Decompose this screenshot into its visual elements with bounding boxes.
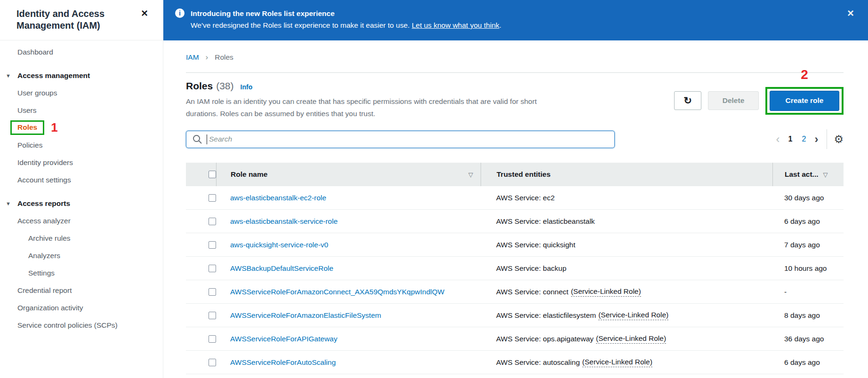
sidebar-item-organization-activity[interactable]: Organization activity	[0, 299, 163, 316]
sidebar-item-policies[interactable]: Policies	[0, 136, 163, 154]
last-activity-text: 30 days ago	[772, 186, 844, 209]
table-row: AWSBackupDefaultServiceRole AWS Service:…	[186, 257, 844, 280]
sidebar-item-scps[interactable]: Service control policies (SCPs)	[0, 316, 163, 334]
breadcrumb-iam-link[interactable]: IAM	[186, 53, 199, 62]
table-row: AWSServiceRoleForAutoScaling AWS Service…	[186, 351, 844, 374]
section-collapse-icon[interactable]: ▼	[6, 73, 17, 79]
sidebar-section-access-management[interactable]: ▼ Access management	[0, 67, 163, 84]
sidebar-item-dashboard[interactable]: Dashboard	[0, 43, 163, 61]
breadcrumb-current: Roles	[215, 53, 233, 62]
trusted-entity-text: AWS Service: quicksight	[496, 241, 575, 249]
row-checkbox[interactable]	[209, 288, 216, 296]
row-checkbox[interactable]	[209, 312, 216, 319]
pagination: ‹ 1 2 › ⚙	[772, 129, 844, 149]
pagination-page-2[interactable]: 2	[802, 135, 806, 143]
role-name-link[interactable]: aws-elasticbeanstalk-service-role	[230, 217, 338, 226]
last-activity-text: -	[772, 280, 844, 303]
feedback-link[interactable]: Let us know what you think	[412, 21, 499, 29]
service-linked-role-label[interactable]: (Service-Linked Role)	[598, 311, 668, 320]
role-name-link[interactable]: AWSBackupDefaultServiceRole	[230, 264, 333, 273]
service-linked-role-label[interactable]: (Service-Linked Role)	[571, 287, 641, 297]
iam-sidebar: Identity and Access Management (IAM) × D…	[0, 0, 163, 378]
search-input[interactable]	[186, 131, 615, 148]
row-checkbox[interactable]	[209, 241, 216, 249]
pagination-next-icon[interactable]: ›	[811, 134, 822, 144]
last-activity-text: 6 days ago	[772, 210, 844, 233]
text-caret	[207, 134, 207, 144]
last-activity-text: 7 days ago	[772, 233, 844, 256]
trusted-entity-text: AWS Service: backup	[496, 264, 566, 273]
trusted-entity-text: AWS Service: elasticbeanstalk	[496, 217, 595, 226]
gear-icon[interactable]: ⚙	[834, 133, 844, 146]
section-collapse-icon[interactable]: ▼	[6, 201, 17, 206]
row-checkbox[interactable]	[209, 335, 216, 343]
annotation-number-2: 2	[801, 67, 808, 82]
refresh-icon: ↻	[683, 95, 692, 106]
search-icon	[193, 134, 202, 144]
sort-icon[interactable]: ▽	[823, 171, 828, 178]
sidebar-section-access-reports[interactable]: ▼ Access reports	[0, 195, 163, 212]
row-checkbox[interactable]	[209, 194, 216, 202]
info-link[interactable]: Info	[241, 83, 253, 91]
sidebar-title: Identity and Access Management (IAM)	[16, 8, 129, 32]
trusted-entity-text: AWS Service: ops.apigateway	[496, 335, 594, 343]
delete-button[interactable]: Delete	[708, 91, 759, 110]
role-name-link[interactable]: AWSServiceRoleForAPIGateway	[230, 335, 338, 343]
role-name-link[interactable]: aws-elasticbeanstalk-ec2-role	[230, 194, 326, 202]
create-role-button[interactable]: Create role	[770, 91, 839, 111]
table-header-row: Role name ▽ Trusted entities Last act...…	[186, 163, 844, 186]
page-description: An IAM role is an identity you can creat…	[186, 95, 537, 120]
sidebar-item-archive-rules[interactable]: Archive rules	[0, 229, 163, 247]
pagination-prev-icon[interactable]: ‹	[772, 134, 784, 144]
role-name-link[interactable]: AWSServiceRoleForAutoScaling	[230, 358, 336, 367]
last-activity-text: 6 days ago	[772, 351, 844, 374]
column-header-last-activity[interactable]: Last act... ▽	[772, 163, 844, 186]
pagination-page-1[interactable]: 1	[788, 135, 793, 143]
service-linked-role-label[interactable]: (Service-Linked Role)	[596, 334, 666, 344]
sidebar-item-analyzers[interactable]: Analyzers	[0, 247, 163, 264]
role-name-link[interactable]: aws-quicksight-service-role-v0	[230, 241, 328, 249]
table-row: AWSServiceRoleForAmazonElasticFileSystem…	[186, 304, 844, 327]
sidebar-item-users[interactable]: Users	[0, 102, 163, 119]
roles-count: (38)	[216, 80, 233, 92]
search-box	[186, 131, 615, 148]
trusted-entity-text: AWS Service: ec2	[496, 194, 555, 202]
table-row: aws-elasticbeanstalk-ec2-role AWS Servic…	[186, 186, 844, 210]
role-name-link[interactable]: AWSServiceRoleForAmazonElasticFileSystem	[230, 311, 381, 320]
sidebar-item-identity-providers[interactable]: Identity providers	[0, 154, 163, 171]
sidebar-item-settings[interactable]: Settings	[0, 264, 163, 282]
annotation-box-step2: 2 Create role	[765, 87, 844, 115]
column-header-role-name[interactable]: Role name ▽	[216, 163, 481, 186]
annotation-number-1: 1	[51, 120, 57, 135]
sidebar-close-icon[interactable]: ×	[141, 8, 148, 19]
page-title: Roles	[186, 80, 213, 92]
sidebar-item-credential-report[interactable]: Credential report	[0, 282, 163, 299]
row-checkbox[interactable]	[209, 218, 216, 225]
sidebar-item-account-settings[interactable]: Account settings	[0, 171, 163, 189]
info-icon: i	[175, 8, 185, 18]
sidebar-item-user-groups[interactable]: User groups	[0, 84, 163, 102]
refresh-button[interactable]: ↻	[674, 91, 701, 110]
breadcrumb-separator-icon: ›	[206, 53, 209, 62]
select-all-checkbox[interactable]	[209, 171, 216, 178]
sort-icon[interactable]: ▽	[468, 171, 473, 178]
trusted-entity-text: AWS Service: autoscaling	[496, 358, 580, 367]
column-header-trusted-entities: Trusted entities	[481, 163, 772, 186]
row-checkbox[interactable]	[209, 265, 216, 272]
main-content: IAM › Roles Roles (38) Info An IAM role …	[163, 40, 868, 378]
trusted-entity-text: AWS Service: elasticfilesystem	[496, 311, 596, 320]
service-linked-role-label[interactable]: (Service-Linked Role)	[582, 358, 652, 367]
pagination-divider	[827, 129, 827, 149]
sidebar-nav: Dashboard ▼ Access management User group…	[0, 40, 163, 334]
flashbar-close-icon[interactable]: ×	[847, 7, 854, 20]
flashbar-message: We've redesigned the Roles list experien…	[191, 19, 501, 31]
row-checkbox[interactable]	[209, 359, 216, 366]
annotation-box-step1: Roles	[10, 120, 44, 135]
last-activity-text: 10 hours ago	[772, 257, 844, 280]
header-divider	[186, 72, 844, 73]
roles-table: Role name ▽ Trusted entities Last act...…	[186, 163, 844, 374]
sidebar-item-roles[interactable]: Roles 1	[0, 119, 163, 136]
table-row: AWSServiceRoleForAPIGateway AWS Service:…	[186, 327, 844, 351]
sidebar-item-access-analyzer[interactable]: Access analyzer	[0, 212, 163, 229]
role-name-link[interactable]: AWSServiceRoleForAmazonConnect_AXA59Qmds…	[230, 288, 444, 296]
